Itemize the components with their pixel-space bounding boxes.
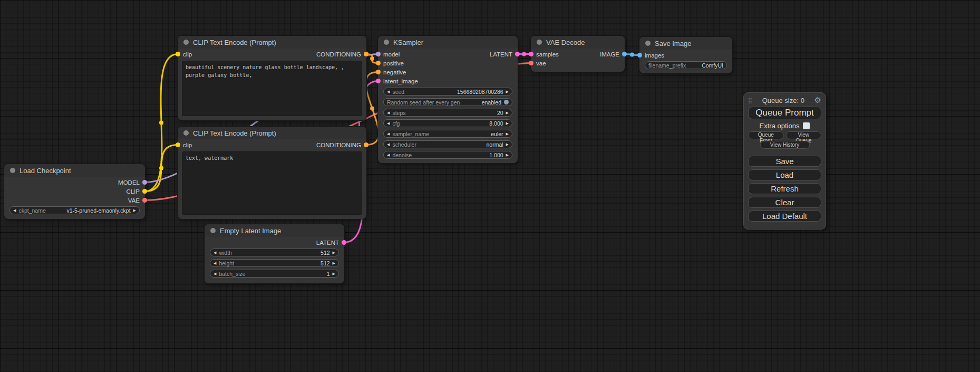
node-title-bar[interactable]: CLIP Text Encode (Prompt) (178, 36, 366, 49)
output-port-latent[interactable] (515, 52, 520, 56)
node-title-bar[interactable]: KSampler (378, 36, 518, 49)
collapse-icon[interactable] (10, 168, 15, 173)
input-port-samples[interactable] (529, 52, 533, 56)
output-port-vae[interactable] (142, 198, 147, 203)
increment-arrow-icon[interactable] (506, 132, 509, 136)
node-title-bar[interactable]: CLIP Text Encode (Prompt) (178, 127, 366, 139)
input-label-images: images (645, 52, 664, 59)
decrement-arrow-icon[interactable] (387, 132, 390, 136)
node-load-checkpoint[interactable]: Load Checkpoint MODEL CLIP VAE (4, 164, 145, 219)
input-label-clip: clip (183, 51, 192, 58)
extra-options-checkbox[interactable] (803, 122, 810, 129)
widget-ckpt-name[interactable]: ckpt_name v1-5-pruned-emaonly.ckpt (9, 206, 140, 214)
clear-button[interactable]: Clear (748, 197, 821, 208)
output-port-image[interactable] (622, 52, 627, 56)
input-port-positive[interactable] (376, 61, 381, 65)
output-label-model: MODEL (118, 179, 140, 186)
input-label-positive: positive (383, 60, 404, 66)
node-title-bar[interactable]: Empty Latent Image (205, 224, 344, 237)
widget-filename-prefix[interactable]: filename_prefix ComfyUI (645, 61, 727, 69)
negative-prompt-textarea[interactable]: text, watermark (182, 151, 362, 215)
positive-prompt-textarea[interactable]: beautiful scenery nature glass bottle la… (182, 61, 362, 116)
output-port-latent[interactable] (342, 240, 346, 245)
output-port-conditioning[interactable] (364, 142, 368, 147)
input-port-latent-image[interactable] (376, 79, 381, 83)
save-button[interactable]: Save (748, 156, 821, 167)
decrement-arrow-icon[interactable] (214, 261, 216, 265)
increment-arrow-icon[interactable] (506, 121, 509, 125)
queue-front-button[interactable]: Queue Front (748, 131, 784, 139)
decrement-arrow-icon[interactable] (387, 153, 390, 157)
comfy-menu-panel[interactable]: Queue size: 0 Queue Prompt Extra options… (743, 92, 826, 230)
increment-arrow-icon[interactable] (133, 208, 136, 212)
decrement-arrow-icon[interactable] (387, 90, 390, 93)
collapse-icon[interactable] (384, 40, 389, 45)
decrement-arrow-icon[interactable] (214, 272, 216, 275)
graph-canvas[interactable]: Load Checkpoint MODEL CLIP VAE (0, 0, 980, 372)
collapse-icon[interactable] (645, 41, 651, 46)
decrement-arrow-icon[interactable] (13, 208, 16, 212)
toggle-dot-icon[interactable] (504, 100, 509, 104)
view-queue-button[interactable]: View Queue (786, 131, 822, 139)
increment-arrow-icon[interactable] (506, 90, 509, 93)
view-history-button[interactable]: View History (760, 141, 810, 149)
node-title: CLIP Text Encode (Prompt) (193, 39, 276, 46)
widget-width[interactable]: width 512 (210, 249, 339, 256)
input-port-model[interactable] (376, 52, 381, 56)
output-port-conditioning[interactable] (364, 52, 368, 56)
collapse-icon[interactable] (183, 40, 189, 45)
settings-gear-icon[interactable] (814, 96, 821, 105)
widget-steps[interactable]: steps 20 (383, 109, 512, 117)
decrement-arrow-icon[interactable] (387, 111, 390, 115)
collapse-icon[interactable] (183, 130, 189, 136)
load-button[interactable]: Load (748, 169, 821, 180)
widget-batch-size[interactable]: batch_size 1 (210, 270, 339, 278)
queue-prompt-button[interactable]: Queue Prompt (748, 107, 821, 119)
input-port-images[interactable] (637, 53, 642, 58)
node-empty-latent-image[interactable]: Empty Latent Image LATENT width 512 heig… (205, 224, 344, 283)
widget-scheduler[interactable]: scheduler normal (383, 140, 512, 148)
input-port-clip[interactable] (176, 142, 180, 147)
node-ksampler[interactable]: KSampler model LATENT positive (378, 36, 518, 163)
widget-name: filename_prefix (648, 62, 686, 69)
widget-control-after-generate[interactable]: Random seed after every gen enabled (383, 98, 512, 106)
load-default-button[interactable]: Load Default (748, 211, 821, 222)
decrement-arrow-icon[interactable] (387, 142, 390, 146)
increment-arrow-icon[interactable] (506, 153, 509, 157)
increment-arrow-icon[interactable] (506, 142, 509, 146)
increment-arrow-icon[interactable] (333, 272, 335, 275)
widget-seed[interactable]: seed 156680208700286 (383, 88, 512, 96)
widget-value: 512 (321, 260, 330, 266)
node-clip-text-encode-negative[interactable]: CLIP Text Encode (Prompt) clip CONDITION… (178, 127, 366, 219)
wire-midpoint-dot (370, 107, 374, 111)
input-port-negative[interactable] (376, 70, 381, 74)
increment-arrow-icon[interactable] (506, 111, 509, 115)
node-save-image[interactable]: Save Image images filename_prefix ComfyU… (639, 37, 732, 73)
node-clip-text-encode-positive[interactable]: CLIP Text Encode (Prompt) clip CONDITION… (178, 36, 366, 120)
node-vae-decode[interactable]: VAE Decode samples IMAGE vae (531, 36, 625, 72)
widget-value: 8.000 (489, 120, 503, 127)
widget-value: euler (491, 131, 503, 137)
input-port-vae[interactable] (529, 61, 533, 65)
widget-sampler-name[interactable]: sampler_name euler (383, 130, 512, 138)
input-label-vae: vae (536, 60, 546, 66)
node-title: Save Image (655, 40, 691, 47)
output-label-vae: VAE (128, 197, 140, 204)
decrement-arrow-icon[interactable] (214, 251, 216, 254)
increment-arrow-icon[interactable] (333, 261, 335, 265)
node-title-bar[interactable]: VAE Decode (531, 36, 625, 49)
drag-handle-icon[interactable] (748, 97, 752, 104)
increment-arrow-icon[interactable] (333, 251, 335, 254)
decrement-arrow-icon[interactable] (387, 121, 390, 125)
output-port-model[interactable] (142, 180, 147, 185)
widget-height[interactable]: height 512 (210, 259, 339, 267)
widget-denoise[interactable]: denoise 1.000 (383, 151, 512, 159)
input-port-clip[interactable] (176, 52, 180, 56)
refresh-button[interactable]: Refresh (748, 183, 821, 194)
collapse-icon[interactable] (537, 40, 542, 45)
output-port-clip[interactable] (142, 189, 147, 194)
node-title-bar[interactable]: Save Image (639, 37, 732, 50)
node-title-bar[interactable]: Load Checkpoint (4, 164, 145, 177)
widget-cfg[interactable]: cfg 8.000 (383, 119, 512, 127)
collapse-icon[interactable] (210, 228, 216, 233)
